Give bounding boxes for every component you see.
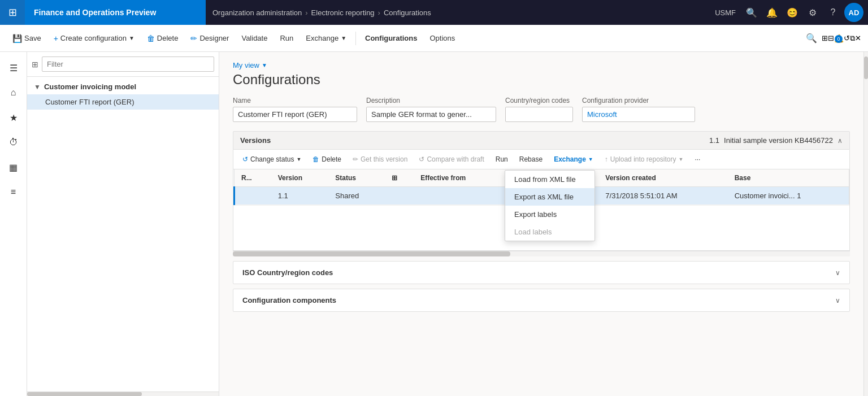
get-version-icon: ✏ bbox=[353, 155, 358, 163]
search-icon[interactable]: 🔍 bbox=[743, 3, 761, 21]
cell-version-created: 7/31/2018 5:51:01 AM bbox=[598, 187, 727, 205]
breadcrumb: Organization administration › Electronic… bbox=[206, 8, 710, 17]
toolbar-right: 🔍 ⊞ ⊟ 🔔 0 ↺ ⧉ ✕ bbox=[806, 33, 861, 43]
upload-repository-button[interactable]: ↑ Upload into repository ▼ bbox=[600, 153, 688, 166]
sidebar-list-icon[interactable]: ≡ bbox=[2, 181, 25, 203]
personalize-icon[interactable]: ⊟ bbox=[828, 34, 834, 42]
save-button[interactable]: 💾 Save bbox=[7, 31, 47, 46]
version-exchange-button[interactable]: Exchange ▼ bbox=[549, 153, 598, 166]
app-title: Finance and Operations Preview bbox=[25, 0, 206, 25]
expand-icon: ▼ bbox=[34, 83, 41, 91]
designer-icon: ✏ bbox=[190, 34, 197, 43]
form-row: Name Description Country/region codes Co… bbox=[233, 97, 850, 122]
cell-base: Customer invoici... 1 bbox=[728, 187, 849, 205]
col-effective-from: Effective from bbox=[414, 169, 502, 187]
country-input[interactable] bbox=[505, 107, 573, 122]
compare-with-draft-button[interactable]: ↺ Compare with draft bbox=[414, 153, 488, 166]
load-labels-item: Load labels bbox=[505, 223, 594, 241]
designer-button[interactable]: ✏ Designer bbox=[185, 31, 235, 46]
filter-icon[interactable]: ⊞ bbox=[392, 174, 397, 182]
delete-button[interactable]: 🗑 Delete bbox=[141, 31, 184, 46]
filter-icon[interactable]: ⊞ bbox=[822, 34, 828, 42]
config-components-title: Configuration components bbox=[242, 296, 336, 304]
grid-icon[interactable]: ⊞ bbox=[0, 0, 25, 25]
exchange-chevron-icon: ▼ bbox=[588, 156, 593, 162]
options-button[interactable]: Options bbox=[424, 31, 461, 46]
chevron-down-icon: ▼ bbox=[129, 35, 134, 41]
settings-icon[interactable]: ⚙ bbox=[804, 3, 822, 21]
cell-filter bbox=[385, 187, 414, 205]
compare-icon: ↺ bbox=[419, 155, 424, 163]
change-status-icon: ↺ bbox=[242, 155, 248, 163]
more-button[interactable]: ··· bbox=[690, 153, 705, 166]
validate-button[interactable]: Validate bbox=[236, 31, 273, 46]
name-label: Name bbox=[233, 97, 357, 105]
tree-content: ▼ Customer invoicing model Customer FTI … bbox=[27, 77, 219, 391]
name-input[interactable] bbox=[233, 107, 357, 122]
breadcrumb-er[interactable]: Electronic reporting bbox=[311, 8, 375, 17]
provider-label: Configuration provider bbox=[582, 97, 695, 105]
view-chevron-icon: ▼ bbox=[262, 62, 267, 68]
description-field: Description bbox=[366, 97, 496, 122]
sidebar-recent-icon[interactable]: ⏱ bbox=[2, 131, 25, 154]
export-xml-item[interactable]: Export as XML file bbox=[505, 188, 594, 206]
top-nav-right: USMF 🔍 🔔 😊 ⚙ ? AD bbox=[710, 3, 868, 22]
configurations-button[interactable]: Configurations bbox=[359, 31, 423, 46]
main-content: My view ▼ Configurations Name Descriptio… bbox=[219, 52, 863, 396]
col-r: R... bbox=[235, 169, 271, 187]
h-scrollbar[interactable] bbox=[233, 251, 850, 256]
provider-input[interactable] bbox=[582, 107, 695, 122]
tree-item-parent[interactable]: ▼ Customer invoicing model bbox=[27, 79, 219, 94]
iso-section[interactable]: ISO Country/region codes ∨ bbox=[233, 261, 850, 284]
exchange-button[interactable]: Exchange ▼ bbox=[300, 31, 352, 46]
smiley-icon[interactable]: 😊 bbox=[783, 3, 801, 21]
avatar[interactable]: AD bbox=[844, 3, 863, 22]
tree-panel: ⊞ ▼ Customer invoicing model Customer FT… bbox=[27, 52, 219, 396]
tree-filter-bar: ⊞ bbox=[27, 52, 219, 77]
iso-title: ISO Country/region codes bbox=[242, 268, 333, 277]
version-toolbar: ↺ Change status ▼ 🗑 Delete ✏ Get this ve… bbox=[233, 150, 850, 169]
change-status-button[interactable]: ↺ Change status ▼ bbox=[238, 153, 306, 166]
page-title: Configurations bbox=[233, 72, 850, 88]
sidebar-home-icon[interactable]: ⌂ bbox=[2, 81, 25, 104]
version-run-button[interactable]: Run bbox=[491, 153, 513, 166]
load-xml-item[interactable]: Load from XML file bbox=[505, 171, 594, 188]
export-labels-item[interactable]: Export labels bbox=[505, 206, 594, 223]
right-scrollbar[interactable] bbox=[863, 52, 868, 396]
notifications-badge[interactable]: 🔔 0 bbox=[834, 34, 844, 43]
help-icon[interactable]: ? bbox=[824, 3, 842, 21]
config-components-section[interactable]: Configuration components ∨ bbox=[233, 289, 850, 312]
tree-h-scrollbar[interactable] bbox=[27, 391, 219, 396]
user-label: USMF bbox=[710, 8, 740, 17]
iso-chevron-icon: ∨ bbox=[835, 269, 840, 277]
chevron-down-icon: ▼ bbox=[341, 35, 346, 41]
sidebar-workspace-icon[interactable]: ▦ bbox=[2, 156, 25, 179]
rebase-button[interactable]: Rebase bbox=[515, 153, 547, 166]
sidebar-favorites-icon[interactable]: ★ bbox=[2, 106, 25, 129]
col-filter: ⊞ bbox=[385, 169, 414, 187]
refresh-icon[interactable]: ↺ bbox=[844, 34, 850, 42]
get-this-version-button[interactable]: ✏ Get this version bbox=[348, 153, 412, 166]
close-icon[interactable]: ✕ bbox=[855, 34, 861, 42]
breadcrumb-org[interactable]: Organization administration bbox=[212, 8, 302, 17]
versions-title: Versions bbox=[240, 136, 271, 145]
filter-icon[interactable]: ⊞ bbox=[32, 60, 38, 69]
delete-icon: 🗑 bbox=[313, 155, 319, 163]
run-button[interactable]: Run bbox=[274, 31, 299, 46]
description-input[interactable] bbox=[366, 107, 496, 122]
toolbar-search-icon[interactable]: 🔍 bbox=[806, 33, 817, 43]
upload-icon: ↑ bbox=[605, 155, 608, 163]
tree-item-child-selected[interactable]: Customer FTI report (GER) bbox=[27, 94, 219, 110]
notification-icon[interactable]: 🔔 bbox=[763, 3, 781, 21]
sidebar-menu-icon[interactable]: ☰ bbox=[2, 56, 25, 79]
version-delete-button[interactable]: 🗑 Delete bbox=[308, 153, 346, 166]
breadcrumb-config[interactable]: Configurations bbox=[384, 8, 431, 17]
create-configuration-button[interactable]: + Create configuration ▼ bbox=[48, 31, 140, 46]
country-field: Country/region codes bbox=[505, 97, 573, 122]
versions-chevron-icon[interactable]: ∧ bbox=[837, 137, 843, 145]
open-new-icon[interactable]: ⧉ bbox=[850, 34, 855, 43]
view-label[interactable]: My view ▼ bbox=[233, 61, 850, 69]
top-nav: ⊞ Finance and Operations Preview Organiz… bbox=[0, 0, 868, 25]
filter-input[interactable] bbox=[42, 56, 214, 72]
delete-icon: 🗑 bbox=[147, 34, 155, 43]
